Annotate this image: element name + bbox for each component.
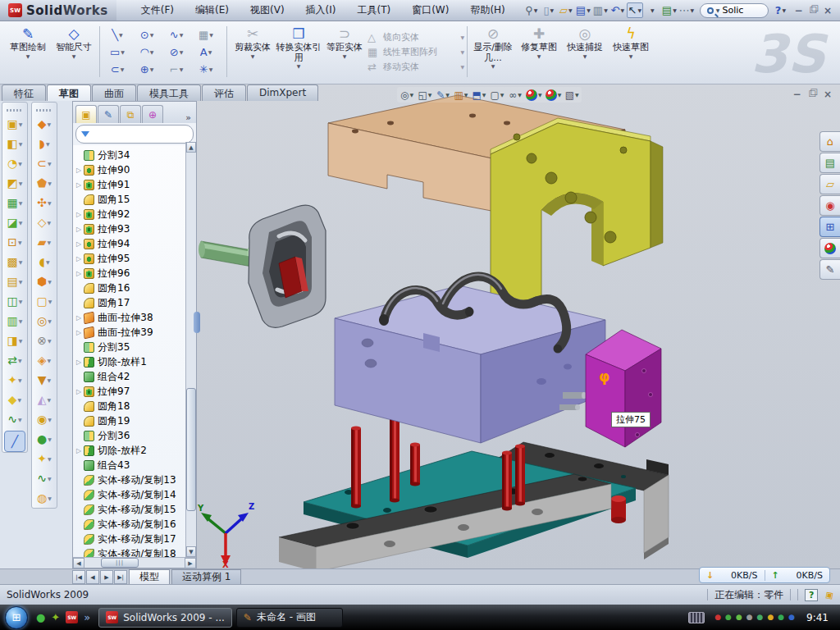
toolbar-icon[interactable]: ◧ ▼ <box>2 134 27 153</box>
minimize-button[interactable]: − <box>794 5 802 16</box>
model-lavender-block[interactable] <box>335 275 605 443</box>
command-tab[interactable]: 评估 <box>202 84 246 101</box>
menu-item[interactable]: 窗口(W) <box>402 1 459 20</box>
model-red-cylinder[interactable] <box>611 495 626 523</box>
task-pane-tab[interactable]: ⌂ <box>819 131 840 152</box>
tab-nav-button[interactable]: ▶| <box>114 570 127 584</box>
tree-item[interactable]: ▷ 切除-放样2 <box>75 443 196 458</box>
toolbar-icon[interactable]: ⇄ ▼ <box>2 350 27 370</box>
sketch-entity-button[interactable]: ╲ ▼ <box>103 26 132 43</box>
toolbar-icon[interactable]: ⬢ ▼ <box>32 272 57 291</box>
doc-close-button[interactable]: × <box>824 89 832 100</box>
toolbar-icon[interactable]: ⊗ ▼ <box>32 331 57 350</box>
ribbon-button[interactable]: ◎ 快速捕捉 ▼ <box>562 23 608 80</box>
tree-item[interactable]: ▷ 实体-移动/复制13 <box>75 472 196 487</box>
expand-arrow-icon[interactable]: ▷ <box>75 211 83 218</box>
view-tool-icon[interactable]: ✎ ▼ <box>436 88 450 102</box>
toolbar-icon[interactable]: ◇ ▼ <box>32 212 57 232</box>
toolbar-icon[interactable]: ⊡ ▼ <box>2 232 27 252</box>
expand-arrow-icon[interactable]: ▷ <box>75 314 83 322</box>
tray-icon[interactable]: ● <box>788 614 795 621</box>
sketch-entity-button[interactable]: ⌐ ▼ <box>162 61 191 78</box>
view-tool-icon[interactable]: ▥ ▼ <box>454 88 468 102</box>
panel-chevron-icon[interactable]: » <box>180 112 196 123</box>
command-tab[interactable]: 曲面 <box>92 84 136 101</box>
expand-arrow-icon[interactable]: ▷ <box>75 181 83 189</box>
tray-icon[interactable]: ● <box>725 614 732 621</box>
close-button[interactable]: × <box>824 5 832 16</box>
tree-item[interactable]: ▷ 拉伸93 <box>75 221 196 236</box>
quick-launch-icon[interactable]: SW <box>66 611 78 623</box>
sketch-entity-button[interactable]: ◠ ▼ <box>132 43 162 61</box>
sketch-entity-button[interactable]: ✳ ▼ <box>191 61 221 78</box>
toolbar-icon[interactable]: ⋯ ▼ <box>678 2 695 18</box>
view-tool-icon[interactable]: ◎ ▼ <box>399 88 414 102</box>
toolbar-icon[interactable]: ∿ ▼ <box>2 409 27 429</box>
tree-item[interactable]: ▷ 实体-移动/复制15 <box>75 502 196 517</box>
view-tool-icon[interactable]: ▼ <box>546 88 562 102</box>
ribbon-stack-button[interactable]: ▦ 线性草图阵列 ▼ <box>368 46 464 58</box>
ribbon-button[interactable]: ✎ 草图绘制 ▼ <box>5 23 51 80</box>
ribbon-stack-button[interactable]: ⇄ 移动实体 ▼ <box>368 61 464 73</box>
ribbon-button[interactable]: ❒ 转换实体引用 ▼ <box>276 23 322 80</box>
graphics-viewport[interactable]: φ Y Z X ◎ ▼ ◱ ▼ <box>197 84 840 568</box>
quick-launch-icon[interactable]: ● <box>36 611 45 623</box>
model-tab[interactable]: 运动算例 1 <box>171 569 241 584</box>
model-tab[interactable]: 模型 <box>129 569 170 584</box>
view-tool-icon[interactable]: ▢ ▼ <box>490 88 504 102</box>
command-tab[interactable]: 特征 <box>2 84 46 101</box>
tree-item[interactable]: ▷ 实体-移动/复制17 <box>75 532 196 546</box>
language-keyboard-icon[interactable] <box>688 612 705 623</box>
toolbar-icon[interactable]: ↶ ▼ <box>609 2 626 18</box>
toolbar-icon[interactable]: ▱ ▼ <box>558 2 574 18</box>
command-tab[interactable]: DimXpert <box>247 84 318 101</box>
expand-arrow-icon[interactable]: ▷ <box>75 167 83 174</box>
feature-manager-tab[interactable]: ⊕ <box>142 105 163 123</box>
tree-filter-box[interactable] <box>75 125 194 144</box>
expand-arrow-icon[interactable]: ▷ <box>75 388 83 395</box>
tree-item[interactable]: ▷ 组合43 <box>75 458 196 472</box>
measure-tool-button[interactable]: ╱ <box>4 431 25 452</box>
toolbar-icon[interactable]: ▼ <box>644 2 660 18</box>
scrollbar-thumb[interactable] <box>186 388 196 511</box>
ribbon-button[interactable]: ϟ 快速草图 ▼ <box>608 23 654 80</box>
toolbar-icon[interactable]: ▯ ▼ <box>541 2 557 18</box>
sketch-entity-button[interactable]: ⊙ ▼ <box>132 26 162 43</box>
toolbar-icon[interactable]: ▤ ▼ <box>575 2 591 18</box>
tree-item[interactable]: ▷ 切除-放样1 <box>75 354 196 369</box>
toolbar-icon[interactable]: ◖ ▼ <box>32 252 57 272</box>
toolbar-icon[interactable]: ▼ ▼ <box>32 370 57 390</box>
view-tool-icon[interactable]: ▼ <box>526 88 542 102</box>
toolbar-icon[interactable]: ▦ ▼ <box>2 193 27 212</box>
tab-nav-button[interactable]: |◀ <box>72 570 85 584</box>
quick-tips-help-icon[interactable]: ? <box>805 589 818 601</box>
toolbar-icon[interactable]: ◍ ▼ <box>32 488 57 508</box>
tray-icon[interactable]: ● <box>746 614 753 621</box>
panel-splitter-handle[interactable] <box>194 312 200 333</box>
toolbar-icon[interactable]: ◔ ▼ <box>2 153 27 173</box>
tree-item[interactable]: ▷ 分割35 <box>75 340 196 354</box>
task-pane-tab[interactable]: ✎ <box>819 259 840 280</box>
toolbar-icon[interactable]: ◈ ▼ <box>32 350 57 370</box>
expand-arrow-icon[interactable]: ▷ <box>75 329 83 336</box>
tree-item[interactable]: ▷ 拉伸94 <box>75 236 196 251</box>
sketch-entity-button[interactable]: ∿ ▼ <box>162 26 191 43</box>
search-dropdown-icon[interactable]: ▼ <box>716 7 720 13</box>
restore-button[interactable]: □ <box>809 5 816 16</box>
feature-manager-tab[interactable]: ⧉ <box>120 105 141 123</box>
quick-launch-icon[interactable]: » <box>84 611 90 623</box>
help-button[interactable]: ?▼ <box>772 2 788 18</box>
toolbar-icon[interactable]: ▤ ▼ <box>2 272 27 291</box>
toolbar-icon[interactable]: ◉ ▼ <box>32 409 57 429</box>
view-tool-icon[interactable]: ◱ ▼ <box>418 88 432 102</box>
model-canvas[interactable]: φ Y Z X <box>197 84 840 568</box>
toolbar-icon[interactable]: ◪ ▼ <box>2 212 27 232</box>
tree-item[interactable]: ▷ 实体-移动/复制18 <box>75 546 196 557</box>
scroll-down-icon[interactable]: ▼ <box>186 546 196 557</box>
tree-item[interactable]: ▷ 拉伸92 <box>75 207 196 221</box>
tray-icon[interactable]: ● <box>736 614 742 621</box>
toolbar-icon[interactable]: ◫ ▼ <box>2 291 27 311</box>
toolbar-icon[interactable]: ◆ ▼ <box>2 390 27 409</box>
ribbon-stack-button[interactable]: △ 镜向实体 ▼ <box>368 31 464 43</box>
toolbar-icon[interactable]: ↖ ▼ <box>627 2 643 18</box>
